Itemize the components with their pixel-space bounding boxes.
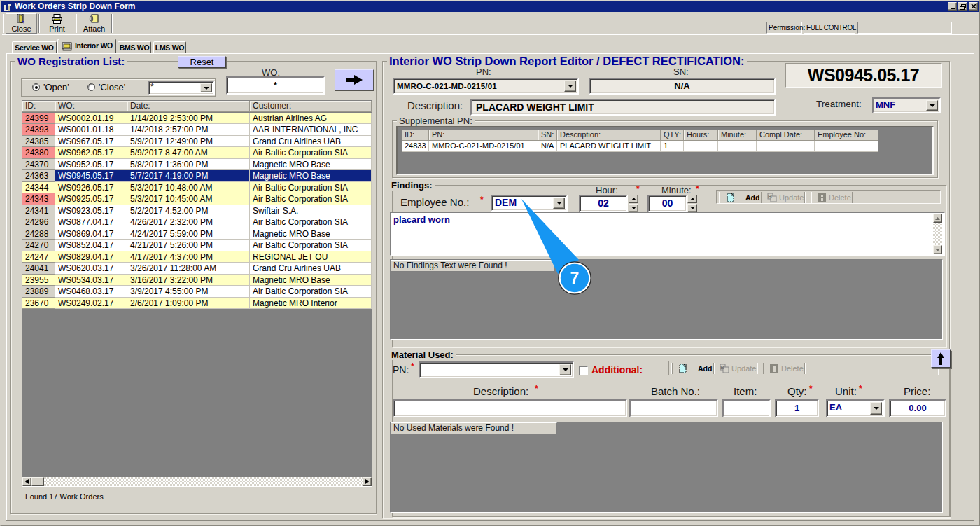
- svg-text:7: 7: [570, 269, 580, 287]
- svg-text:B: B: [720, 364, 724, 371]
- svg-text:B: B: [768, 193, 772, 200]
